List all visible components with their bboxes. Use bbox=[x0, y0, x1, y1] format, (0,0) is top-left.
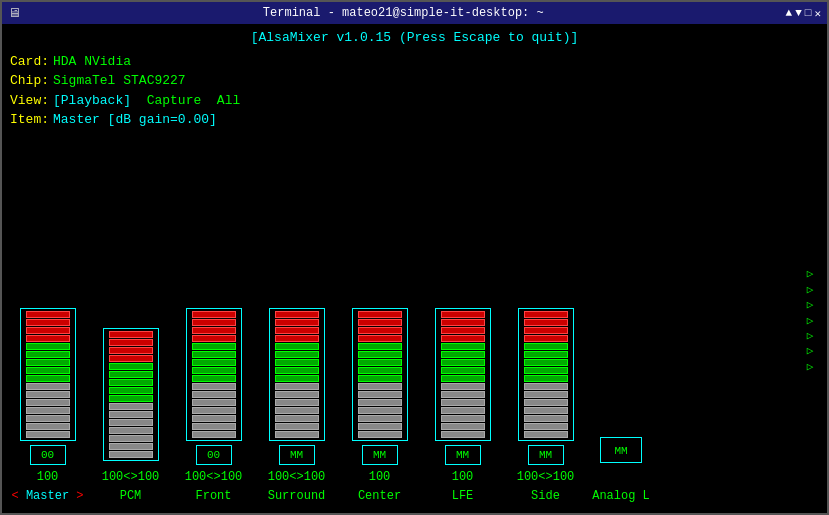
seg bbox=[192, 391, 236, 398]
seg bbox=[524, 359, 568, 366]
pcm-number: 100<>100 bbox=[102, 468, 160, 486]
seg bbox=[524, 311, 568, 318]
pcm-fader[interactable] bbox=[103, 328, 159, 461]
center-number: 100 bbox=[369, 468, 391, 486]
seg bbox=[26, 351, 70, 358]
window-controls[interactable]: ▲ ▼ □ ✕ bbox=[786, 7, 821, 20]
seg bbox=[441, 335, 485, 342]
card-label: Card: bbox=[10, 52, 49, 72]
seg bbox=[275, 351, 319, 358]
seg bbox=[524, 391, 568, 398]
front-fader-bar bbox=[192, 311, 236, 438]
seg bbox=[26, 399, 70, 406]
master-name: < Master > bbox=[11, 487, 83, 505]
seg bbox=[441, 367, 485, 374]
seg bbox=[26, 391, 70, 398]
scroll-arrow-1[interactable]: ▷ bbox=[807, 267, 814, 282]
seg bbox=[192, 431, 236, 438]
chip-label: Chip: bbox=[10, 71, 49, 91]
seg bbox=[358, 335, 402, 342]
seg bbox=[109, 387, 153, 394]
seg bbox=[358, 359, 402, 366]
seg bbox=[275, 335, 319, 342]
seg bbox=[441, 327, 485, 334]
scroll-arrow-3[interactable]: ▷ bbox=[807, 298, 814, 313]
seg bbox=[441, 391, 485, 398]
channel-center: MM 100 Center bbox=[342, 308, 417, 506]
seg bbox=[524, 407, 568, 414]
seg bbox=[109, 371, 153, 378]
seg bbox=[192, 423, 236, 430]
minimize-button[interactable]: ▲ bbox=[786, 7, 793, 20]
lfe-fader[interactable] bbox=[435, 308, 491, 441]
surround-fader[interactable] bbox=[269, 308, 325, 441]
seg bbox=[441, 311, 485, 318]
master-number: 100 bbox=[37, 468, 59, 486]
seg bbox=[275, 319, 319, 326]
info-section: Card: HDA NVidia Chip: SigmaTel STAC9227… bbox=[10, 52, 819, 130]
center-value-box: MM bbox=[362, 445, 398, 466]
seg bbox=[524, 431, 568, 438]
side-fader[interactable] bbox=[518, 308, 574, 441]
seg bbox=[275, 367, 319, 374]
terminal-body: [AlsaMixer v1.0.15 (Press Escape to quit… bbox=[2, 24, 827, 513]
seg bbox=[358, 407, 402, 414]
seg bbox=[109, 355, 153, 362]
view-value: [Playback] Capture All bbox=[53, 91, 240, 111]
master-fader[interactable] bbox=[20, 308, 76, 441]
seg bbox=[109, 427, 153, 434]
seg bbox=[192, 311, 236, 318]
seg bbox=[441, 319, 485, 326]
scroll-arrow-2[interactable]: ▷ bbox=[807, 283, 814, 298]
titlebar: 🖥 Terminal - mateo21@simple-it-desktop: … bbox=[2, 2, 827, 24]
lfe-name: LFE bbox=[452, 487, 474, 505]
seg bbox=[26, 327, 70, 334]
scroll-arrow-6[interactable]: ▷ bbox=[807, 344, 814, 359]
scroll-arrow-7[interactable]: ▷ bbox=[807, 360, 814, 375]
seg bbox=[275, 359, 319, 366]
scroll-arrow-4[interactable]: ▷ bbox=[807, 314, 814, 329]
seg bbox=[275, 343, 319, 350]
maximize-button[interactable]: ▼ bbox=[795, 7, 802, 20]
seg bbox=[358, 399, 402, 406]
seg bbox=[26, 359, 70, 366]
seg bbox=[441, 351, 485, 358]
seg bbox=[524, 327, 568, 334]
channel-front: 00 100<>100 Front bbox=[176, 308, 251, 506]
seg bbox=[26, 367, 70, 374]
main-window: 🖥 Terminal - mateo21@simple-it-desktop: … bbox=[0, 0, 829, 515]
seg bbox=[26, 383, 70, 390]
seg bbox=[358, 311, 402, 318]
seg bbox=[26, 431, 70, 438]
front-fader[interactable] bbox=[186, 308, 242, 441]
seg bbox=[524, 319, 568, 326]
close-button[interactable]: ✕ bbox=[814, 7, 821, 20]
analog-name: Analog L bbox=[592, 487, 650, 505]
seg bbox=[358, 367, 402, 374]
seg bbox=[192, 319, 236, 326]
card-value: HDA NVidia bbox=[53, 52, 131, 72]
scrollbar[interactable]: ▷ ▷ ▷ ▷ ▷ ▷ ▷ bbox=[803, 138, 819, 506]
seg bbox=[109, 435, 153, 442]
view-capture: Capture bbox=[147, 93, 202, 108]
seg bbox=[192, 335, 236, 342]
seg bbox=[275, 383, 319, 390]
scroll-arrow-5[interactable]: ▷ bbox=[807, 329, 814, 344]
seg bbox=[192, 327, 236, 334]
analog-value-box: MM bbox=[603, 442, 639, 461]
seg bbox=[192, 383, 236, 390]
item-value: Master [dB gain=0.00] bbox=[53, 110, 217, 130]
seg bbox=[275, 311, 319, 318]
front-number: 100<>100 bbox=[185, 468, 243, 486]
seg bbox=[192, 367, 236, 374]
master-fader-bar bbox=[26, 311, 70, 438]
side-value-box: MM bbox=[528, 445, 564, 466]
channel-side: MM 100<>100 Side bbox=[508, 308, 583, 506]
seg bbox=[524, 351, 568, 358]
seg bbox=[441, 399, 485, 406]
restore-button[interactable]: □ bbox=[805, 7, 812, 20]
analog-fader[interactable]: MM bbox=[600, 437, 642, 464]
center-fader[interactable] bbox=[352, 308, 408, 441]
seg bbox=[192, 399, 236, 406]
seg bbox=[358, 423, 402, 430]
